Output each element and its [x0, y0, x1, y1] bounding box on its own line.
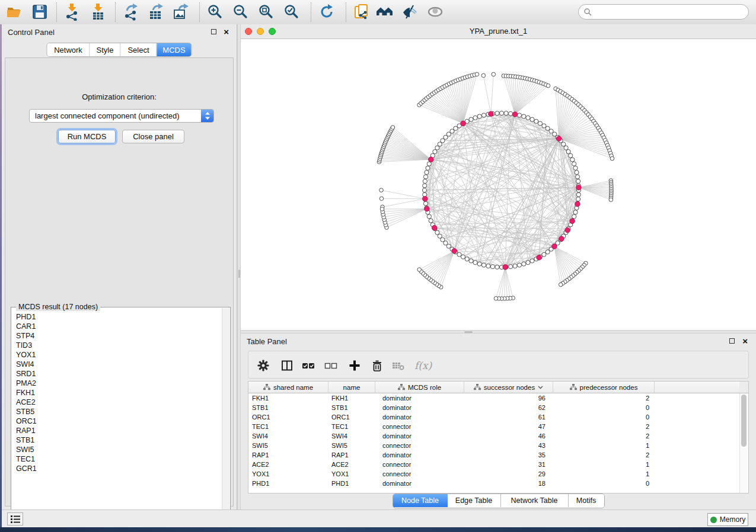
- table-cell[interactable]: SWI4: [248, 431, 328, 441]
- network-node[interactable]: [573, 166, 578, 170]
- save-session-icon[interactable]: [31, 3, 49, 21]
- network-node[interactable]: [572, 214, 576, 219]
- network-node[interactable]: [569, 153, 573, 158]
- run-mcds-button[interactable]: Run MCDS: [58, 130, 116, 143]
- mcds-hub-node[interactable]: [489, 111, 494, 117]
- table-cell[interactable]: STB1: [328, 403, 375, 412]
- network-node[interactable]: [564, 146, 568, 150]
- satellite-node[interactable]: [492, 72, 496, 76]
- table-cell[interactable]: 43: [464, 441, 553, 450]
- network-node[interactable]: [534, 119, 538, 123]
- table-cell[interactable]: connector: [375, 441, 464, 450]
- network-node[interactable]: [461, 255, 465, 259]
- zoom-in-icon[interactable]: [206, 3, 224, 21]
- table-cell[interactable]: 2: [553, 393, 655, 403]
- network-node[interactable]: [499, 111, 503, 115]
- mcds-hub-node[interactable]: [559, 236, 564, 242]
- table-cell[interactable]: 35: [464, 450, 553, 460]
- mcds-result-item[interactable]: SWI5: [16, 445, 222, 454]
- network-node[interactable]: [526, 116, 530, 120]
- satellite-node[interactable]: [546, 84, 550, 88]
- network-node[interactable]: [542, 252, 546, 257]
- export-image-icon[interactable]: [172, 3, 190, 21]
- float-panel-icon[interactable]: [211, 29, 216, 34]
- network-node[interactable]: [469, 259, 473, 263]
- table-cell[interactable]: dominator: [375, 393, 464, 403]
- table-cell[interactable]: 62: [464, 403, 553, 412]
- close-panel-button[interactable]: Close panel: [122, 130, 184, 143]
- network-node[interactable]: [486, 264, 490, 268]
- network-node[interactable]: [469, 117, 473, 121]
- zoom-selected-icon[interactable]: [283, 3, 301, 21]
- mcds-result-item[interactable]: SRD1: [16, 369, 222, 379]
- table-cell[interactable]: YOX1: [328, 469, 375, 479]
- show-columns-icon[interactable]: [280, 359, 294, 372]
- tab-network[interactable]: Network: [47, 43, 90, 56]
- table-cell[interactable]: 61: [464, 412, 553, 422]
- table-cell[interactable]: ACE2: [328, 460, 375, 469]
- network-node[interactable]: [538, 121, 542, 126]
- table-cell[interactable]: 0: [553, 403, 655, 412]
- network-node[interactable]: [429, 219, 433, 223]
- mcds-result-item[interactable]: STP4: [16, 331, 222, 341]
- mcds-result-item[interactable]: ORC1: [16, 416, 222, 426]
- mcds-result-item[interactable]: TID3: [16, 341, 222, 350]
- table-scrollbar[interactable]: [739, 393, 748, 493]
- mcds-result-item[interactable]: YOX1: [16, 350, 222, 360]
- mcds-result-item[interactable]: RAP1: [16, 426, 222, 435]
- table-row[interactable]: ACE2ACE2connector311: [248, 460, 739, 469]
- table-cell[interactable]: dominator: [375, 403, 464, 412]
- table-row[interactable]: RAP1RAP1dominator352: [248, 450, 739, 460]
- task-history-button[interactable]: [7, 512, 23, 525]
- network-node[interactable]: [427, 162, 431, 166]
- export-table-icon[interactable]: [147, 3, 165, 21]
- mcds-hub-node[interactable]: [432, 225, 437, 230]
- table-cell[interactable]: RAP1: [328, 450, 375, 460]
- network-node[interactable]: [566, 149, 570, 153]
- scrollbar-thumb[interactable]: [741, 395, 747, 447]
- network-node[interactable]: [576, 197, 580, 201]
- mcds-hub-node[interactable]: [428, 157, 433, 162]
- mcds-hub-node[interactable]: [570, 219, 575, 224]
- satellite-node[interactable]: [559, 283, 563, 287]
- close-panel-icon[interactable]: ×: [742, 335, 748, 347]
- column-header-name[interactable]: name: [328, 382, 375, 393]
- table-row[interactable]: SWI5SWI5connector431: [248, 441, 739, 450]
- network-node[interactable]: [508, 111, 512, 116]
- table-cell[interactable]: connector: [375, 469, 464, 479]
- table-row[interactable]: TEC1TEC1connector472: [248, 422, 739, 431]
- table-cell[interactable]: 46: [464, 431, 553, 441]
- network-node[interactable]: [481, 263, 486, 267]
- table-cell[interactable]: ORC1: [328, 412, 375, 422]
- tab-node-table[interactable]: Node Table: [393, 494, 448, 507]
- network-node[interactable]: [473, 116, 477, 120]
- mcds-result-list[interactable]: PHD1CAR1STP4TID3YOX1SWI4SRD1PMA2FKH1ACE2…: [12, 310, 222, 525]
- optimization-criterion-select[interactable]: largest connected component (undirected): [29, 109, 214, 123]
- table-cell[interactable]: STB1: [248, 403, 328, 412]
- table-cell[interactable]: 0: [553, 479, 655, 488]
- network-node[interactable]: [423, 184, 427, 188]
- table-cell[interactable]: 1: [553, 441, 655, 450]
- table-cell[interactable]: SWI5: [328, 441, 375, 450]
- table-cell[interactable]: SWI5: [248, 441, 328, 450]
- tab-select[interactable]: Select: [121, 43, 157, 56]
- mcds-hub-node[interactable]: [452, 248, 457, 254]
- network-node[interactable]: [423, 179, 427, 183]
- network-node[interactable]: [530, 117, 534, 121]
- table-cell[interactable]: 18: [464, 479, 553, 488]
- network-node[interactable]: [570, 158, 575, 162]
- network-node[interactable]: [423, 201, 428, 206]
- network-node[interactable]: [495, 111, 499, 116]
- table-cell[interactable]: SWI4: [328, 431, 375, 441]
- network-node[interactable]: [425, 170, 429, 174]
- table-cell[interactable]: 0: [553, 412, 655, 422]
- table-cell[interactable]: 2: [553, 450, 655, 460]
- table-row[interactable]: YOX1YOX1connector291: [248, 469, 739, 479]
- satellite-node[interactable]: [417, 268, 422, 272]
- mcds-hub-node[interactable]: [556, 136, 562, 142]
- show-hidden-eye-icon[interactable]: [426, 3, 444, 21]
- network-node[interactable]: [576, 193, 580, 197]
- table-cell[interactable]: 47: [464, 422, 553, 431]
- new-network-from-selection-icon[interactable]: [353, 3, 371, 21]
- satellite-node[interactable]: [391, 126, 395, 130]
